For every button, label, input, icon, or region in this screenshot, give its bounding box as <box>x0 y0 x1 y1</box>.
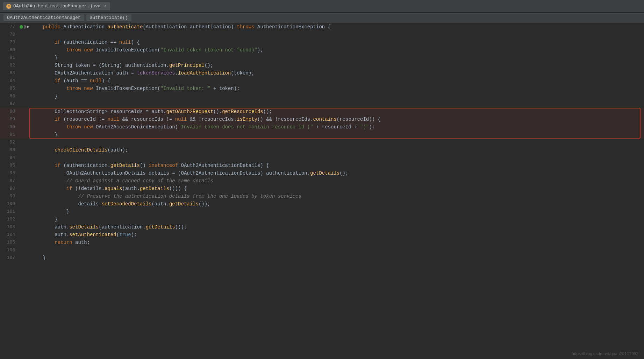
code-line: 88 Collection<String> resourceIds = auth… <box>0 108 644 115</box>
line-number: 99 <box>0 192 19 200</box>
breakpoint-icon: @ ▶ <box>20 23 29 31</box>
code-line: 82 String token = (String) authenticatio… <box>0 62 644 69</box>
line-code-content: return auth; <box>30 239 644 246</box>
tab-filename: OAuth2AuthenticationManager.java <box>13 3 101 9</box>
code-line: 107 } <box>0 254 644 262</box>
line-number: 83 <box>0 69 19 77</box>
line-code-content: OAuth2Authentication auth = tokenService… <box>30 69 644 77</box>
line-number: 106 <box>0 246 19 254</box>
breadcrumb-class[interactable]: OAuth2AuthenticationManager <box>3 14 84 21</box>
code-line: 81 } <box>0 54 644 62</box>
code-line: 89 if (resourceId != null && resourceIds… <box>0 115 644 123</box>
line-code-content: throw new InvalidTokenException("Invalid… <box>30 46 644 54</box>
line-number: 82 <box>0 62 19 69</box>
code-line: 79 if (authentication == null) { <box>0 38 644 46</box>
line-gutter: @ ▶ <box>19 23 30 31</box>
code-line: 91 } <box>0 131 644 139</box>
line-code-content: } <box>30 216 644 223</box>
line-number: 94 <box>0 154 19 162</box>
line-number: 101 <box>0 208 19 216</box>
close-icon[interactable]: × <box>104 4 107 9</box>
line-number: 89 <box>0 115 19 123</box>
code-line: 87 <box>0 100 644 108</box>
code-line: 90 throw new OAuth2AccessDeniedException… <box>0 123 644 131</box>
code-line: 100 details.setDecodedDetails(auth.getDe… <box>0 200 644 208</box>
code-line: 77 @ ▶ public Authentication authenticat… <box>0 23 644 31</box>
line-code-content: throw new OAuth2AccessDeniedException("I… <box>30 123 644 131</box>
line-number: 103 <box>0 223 19 231</box>
code-line: 92 <box>0 139 644 146</box>
line-code-content: if (auth == null) { <box>30 77 644 85</box>
line-code-content: if (resourceId != null && resourceIds !=… <box>30 115 644 123</box>
line-code-content: } <box>30 254 644 262</box>
code-line: 106 <box>0 246 644 254</box>
line-number: 93 <box>0 146 19 154</box>
line-number: 84 <box>0 77 19 85</box>
line-code-content: auth.setAuthenticated(true); <box>30 231 644 239</box>
line-code-content: Collection<String> resourceIds = auth.ge… <box>30 108 644 115</box>
line-number: 104 <box>0 231 19 239</box>
line-number: 95 <box>0 162 19 169</box>
line-number: 96 <box>0 169 19 177</box>
line-number: 80 <box>0 46 19 54</box>
code-line: 95 if (authentication.getDetails() insta… <box>0 162 644 169</box>
line-number: 79 <box>0 38 19 46</box>
line-number: 92 <box>0 139 19 146</box>
line-code-content: details.setDecodedDetails(auth.getDetail… <box>30 200 644 208</box>
line-code-content: throw new InvalidTokenException("Invalid… <box>30 85 644 92</box>
line-number: 90 <box>0 123 19 131</box>
line-number: 100 <box>0 200 19 208</box>
line-number: 105 <box>0 239 19 246</box>
breadcrumb-bar: OAuth2AuthenticationManager authenticate… <box>0 13 644 23</box>
line-number: 77 <box>0 23 19 31</box>
line-code-content: auth.setDetails(authentication.getDetail… <box>30 223 644 231</box>
line-number: 91 <box>0 131 19 139</box>
code-line: 104 auth.setAuthenticated(true); <box>0 231 644 239</box>
code-line: 78 <box>0 31 644 38</box>
line-number: 86 <box>0 92 19 100</box>
file-tab[interactable]: G OAuth2AuthenticationManager.java × <box>3 2 110 10</box>
line-number: 87 <box>0 100 19 108</box>
code-line: 99 // Preserve the authentication detail… <box>0 192 644 200</box>
line-number: 102 <box>0 216 19 223</box>
line-number: 98 <box>0 185 19 192</box>
line-code-content: if (authentication.getDetails() instance… <box>30 162 644 169</box>
code-line: 94 <box>0 154 644 162</box>
line-code-content: } <box>30 92 644 100</box>
code-line: 80 throw new InvalidTokenException("Inva… <box>0 46 644 54</box>
tab-icon: G <box>6 4 11 9</box>
code-line: 101 } <box>0 208 644 216</box>
code-line: 103 auth.setDetails(authentication.getDe… <box>0 223 644 231</box>
line-number: 85 <box>0 85 19 92</box>
code-editor: 77 @ ▶ public Authentication authenticat… <box>0 23 644 262</box>
code-line: 84 if (auth == null) { <box>0 77 644 85</box>
code-line: 86 } <box>0 92 644 100</box>
line-number: 81 <box>0 54 19 62</box>
line-code-content: checkClientDetails(auth); <box>30 146 644 154</box>
code-line: 96 OAuth2AuthenticationDetails details =… <box>0 169 644 177</box>
line-number: 78 <box>0 31 19 38</box>
line-number: 107 <box>0 254 19 262</box>
line-code-content: if (authentication == null) { <box>30 38 644 46</box>
code-line: 105 return auth; <box>0 239 644 246</box>
title-bar: G OAuth2AuthenticationManager.java × <box>0 0 644 13</box>
line-code-content: public Authentication authenticate(Authe… <box>30 23 644 31</box>
line-code-content: } <box>30 131 644 139</box>
line-code-content: // Preserve the authentication details f… <box>30 192 644 200</box>
code-line: 85 throw new InvalidTokenException("Inva… <box>0 85 644 92</box>
code-line: 93 checkClientDetails(auth); <box>0 146 644 154</box>
code-line: 97 // Guard against a cached copy of the… <box>0 177 644 185</box>
bottom-url: https://blog.csdn.net/quan20111992 <box>572 351 638 356</box>
line-code-content: if (!details.equals(auth.getDetails())) … <box>30 185 644 192</box>
line-number: 88 <box>0 108 19 115</box>
line-number: 97 <box>0 177 19 185</box>
line-code-content: } <box>30 54 644 62</box>
code-line: 102 } <box>0 216 644 223</box>
line-code-content: String token = (String) authentication.g… <box>30 62 644 69</box>
code-line: 98 if (!details.equals(auth.getDetails()… <box>0 185 644 192</box>
breadcrumb-method[interactable]: authenticate() <box>86 14 131 21</box>
line-code-content: // Guard against a cached copy of the sa… <box>30 177 644 185</box>
line-code-content: } <box>30 208 644 216</box>
line-code-content: OAuth2AuthenticationDetails details = (O… <box>30 169 644 177</box>
code-line: 83 OAuth2Authentication auth = tokenServ… <box>0 69 644 77</box>
